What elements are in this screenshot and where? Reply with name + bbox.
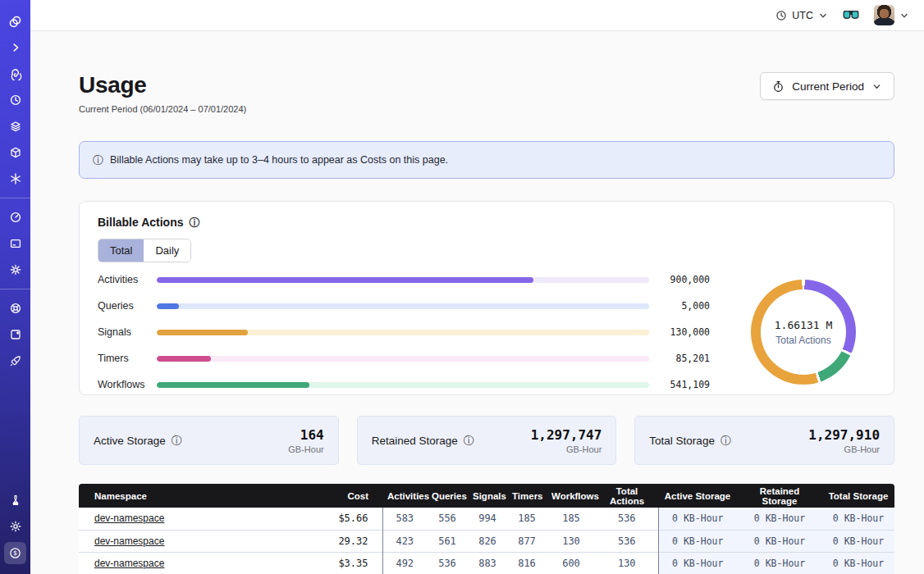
cell-retained-storage: 0 KB-Hour <box>737 508 822 530</box>
table-row: dev-namespace$3.354925368838166001300 KB… <box>79 552 894 574</box>
bar-label: Timers <box>98 353 157 364</box>
account-menu[interactable] <box>874 5 909 25</box>
bar-label: Signals <box>98 326 157 338</box>
cell-total-storage: 0 KB-Hour <box>822 552 894 574</box>
namespaces-icon[interactable] <box>4 63 26 85</box>
bar-fill <box>157 277 533 283</box>
namespace-link[interactable]: dev-namespace <box>94 558 164 569</box>
cell-namespace: dev-namespace <box>79 530 313 552</box>
main-content: Usage Current Period (06/01/2024 – 07/01… <box>30 31 924 574</box>
support-lifebuoy-icon[interactable] <box>4 298 26 320</box>
col-header-active-storage: Active Storage <box>658 484 737 508</box>
cell-cost: $5.66 <box>313 508 382 530</box>
total-storage-unit: GB-Hour <box>808 444 880 454</box>
temporal-logo-icon[interactable] <box>4 11 26 33</box>
theme-sun-icon[interactable] <box>4 516 26 538</box>
workers-icon[interactable] <box>4 116 26 138</box>
cell-timers: 185 <box>507 508 547 530</box>
bar-value: 130,000 <box>649 326 710 338</box>
svg-text:$: $ <box>13 549 17 557</box>
chevron-down-icon <box>899 11 909 20</box>
total-actions-label: Total Actions <box>775 335 830 346</box>
pricing-dollar-icon[interactable]: $ <box>4 542 26 564</box>
namespace-usage-table: NamespaceCostActivitiesQueriesSignalsTim… <box>79 484 894 574</box>
col-header-retained-storage: Retained Storage <box>737 484 822 508</box>
bar-track <box>157 277 649 283</box>
info-icon[interactable]: ⓘ <box>190 217 200 228</box>
col-header-timers: Timers <box>507 484 547 508</box>
namespace-link[interactable]: dev-namespace <box>94 512 164 524</box>
col-header-queries: Queries <box>427 484 468 508</box>
cell-namespace: dev-namespace <box>79 508 313 530</box>
lab-flask-icon[interactable] <box>4 490 26 512</box>
tab-daily[interactable]: Daily <box>144 239 190 262</box>
total-storage-label: Total Storage <box>649 435 715 447</box>
cell-signals: 826 <box>468 530 507 552</box>
active-storage-card: Active Storage ⓘ 164 GB-Hour <box>79 416 339 465</box>
info-icon[interactable]: ⓘ <box>464 435 474 446</box>
page-title: Usage <box>79 72 246 98</box>
col-header-total-storage: Total Storage <box>822 484 894 508</box>
docs-icon[interactable] <box>4 324 26 346</box>
deployments-icon[interactable] <box>4 142 26 164</box>
chevron-down-icon <box>818 11 828 20</box>
schedules-icon[interactable] <box>4 89 26 112</box>
col-header-namespace: Namespace <box>79 484 313 508</box>
usage-gauge-icon[interactable] <box>4 207 26 229</box>
cell-queries: 556 <box>427 508 468 530</box>
info-icon[interactable]: ⓘ <box>720 435 731 446</box>
bar-row-queries: Queries5,000 <box>98 300 710 312</box>
cell-total-actions: 130 <box>596 552 658 574</box>
donut-ring: 1.66131 M Total Actions <box>751 280 856 385</box>
cell-retained-storage: 0 KB-Hour <box>737 530 822 552</box>
cell-total-storage: 0 KB-Hour <box>822 530 894 552</box>
feedback-goggles-icon[interactable] <box>843 8 859 23</box>
col-header-cost: Cost <box>313 484 382 508</box>
storage-summary-row: Active Storage ⓘ 164 GB-Hour Retained St… <box>79 416 894 465</box>
billable-actions-bar-chart: Activities900,000Queries5,000Signals130,… <box>98 274 731 390</box>
timezone-selector[interactable]: UTC <box>775 10 828 21</box>
table-header-row: NamespaceCostActivitiesQueriesSignalsTim… <box>79 484 894 508</box>
bar-row-workflows: Workflows541,109 <box>98 379 710 390</box>
cell-signals: 883 <box>468 552 507 574</box>
bar-fill <box>157 330 248 335</box>
bar-track <box>157 356 649 362</box>
nexus-icon[interactable] <box>4 168 26 190</box>
settings-gear-icon[interactable] <box>4 259 26 281</box>
period-selector-button[interactable]: Current Period <box>760 72 894 100</box>
topbar: UTC <box>30 0 924 31</box>
user-avatar <box>874 5 894 25</box>
bar-label: Workflows <box>98 379 157 390</box>
info-banner: ⓘ Billable Actions may take up to 3–4 ho… <box>79 141 894 179</box>
collapse-chevron-icon[interactable] <box>4 37 26 59</box>
billing-card-icon[interactable] <box>4 233 26 255</box>
stopwatch-icon <box>772 80 784 93</box>
bar-track <box>157 303 649 309</box>
cell-activities: 492 <box>382 552 427 574</box>
clock-icon <box>775 10 787 21</box>
cell-queries: 536 <box>427 552 468 574</box>
cell-cost: $3.35 <box>313 552 382 574</box>
sidebar-divider <box>0 289 30 289</box>
bar-track <box>157 382 649 388</box>
col-header-total-actions: Total Actions <box>596 484 658 508</box>
total-actions-donut: 1.66131 M Total Actions <box>731 280 876 385</box>
bar-value: 85,201 <box>649 353 710 364</box>
cell-workflows: 600 <box>547 552 596 574</box>
retained-storage-unit: GB-Hour <box>531 444 602 454</box>
bar-label: Queries <box>98 300 157 312</box>
bar-value: 900,000 <box>649 274 710 285</box>
billable-actions-card: Billable Actions ⓘ Total Daily Activitie… <box>79 201 894 395</box>
info-icon[interactable]: ⓘ <box>172 435 182 446</box>
retained-storage-label: Retained Storage <box>372 435 458 447</box>
col-header-workflows: Workflows <box>547 484 596 508</box>
rocket-icon[interactable] <box>4 350 26 372</box>
chevron-down-icon <box>871 81 882 92</box>
bar-fill <box>157 382 309 388</box>
sidebar-divider <box>0 198 30 198</box>
cell-activities: 423 <box>382 530 427 552</box>
bar-row-activities: Activities900,000 <box>98 274 710 285</box>
namespace-link[interactable]: dev-namespace <box>94 535 164 547</box>
tab-total[interactable]: Total <box>98 239 144 262</box>
bar-value: 541,109 <box>649 379 710 390</box>
